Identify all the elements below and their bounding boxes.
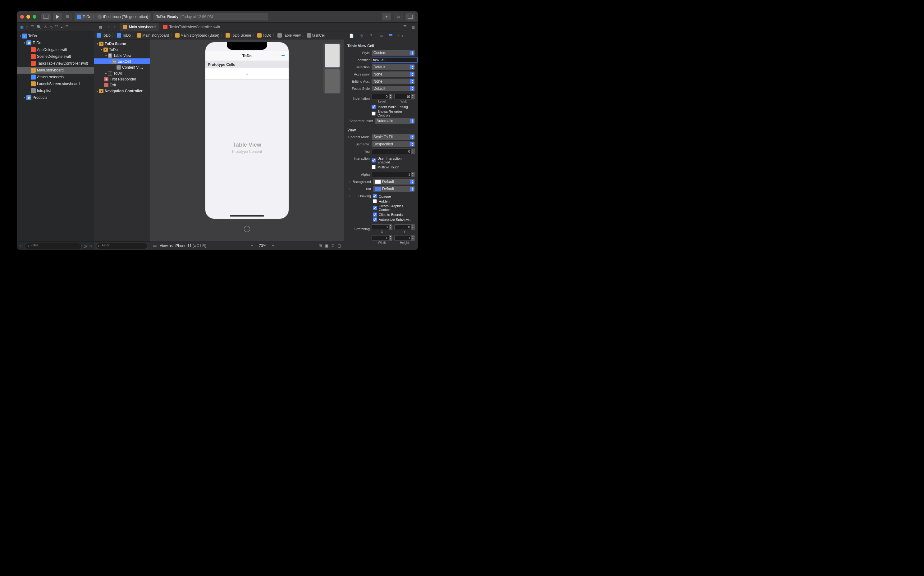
- run-button[interactable]: [53, 13, 62, 21]
- identity-inspector-icon[interactable]: ▭: [378, 33, 384, 38]
- semantic-select[interactable]: Unspecified▴▾: [372, 141, 415, 147]
- zoom-window[interactable]: [33, 15, 36, 19]
- view-as[interactable]: View as: iPhone 11 (wC hR): [160, 243, 206, 248]
- add-editor-icon[interactable]: ▥: [410, 24, 416, 30]
- accessory-select[interactable]: None▴▾: [372, 72, 415, 77]
- stepper[interactable]: [411, 172, 415, 178]
- outline-contentview[interactable]: ▭Content Vi…: [94, 64, 150, 70]
- zoom-level[interactable]: 70%: [259, 243, 266, 248]
- inspector-body[interactable]: Table View Cell StyleCustom▴▾ Identifier…: [344, 40, 418, 250]
- style-select[interactable]: Custom▴▾: [372, 50, 415, 56]
- outline-nav-scene[interactable]: ▸●Navigation Controller…: [94, 88, 150, 94]
- prototype-cell[interactable]: [205, 68, 289, 80]
- tree-file[interactable]: Info.plist: [17, 87, 94, 94]
- forward-icon[interactable]: 〉: [112, 24, 118, 30]
- outline-navitem[interactable]: ▸〈ToDo: [94, 70, 150, 76]
- stepper[interactable]: [388, 94, 392, 99]
- stepper[interactable]: [411, 94, 415, 99]
- pin-icon[interactable]: ▣: [325, 243, 328, 248]
- outline-tree[interactable]: ▾●ToDo Scene ▾●ToDo ▾☰Table View ▾▭taskC…: [94, 40, 150, 242]
- device-preview[interactable]: ToDo + Prototype Cells Table View Protot…: [205, 42, 289, 219]
- back-icon[interactable]: 〈: [105, 24, 111, 30]
- outline-filter[interactable]: Filter: [96, 243, 148, 249]
- outline-cell-selected[interactable]: ▾▭taskCell: [94, 58, 150, 64]
- outline-scene[interactable]: ▾●ToDo Scene: [94, 41, 150, 46]
- add-file-icon[interactable]: ＋: [19, 243, 23, 248]
- ib-canvas[interactable]: ToDo + Prototype Cells Table View Protot…: [150, 40, 344, 250]
- identifier-input[interactable]: [372, 57, 417, 63]
- tree-file[interactable]: Assets.xcassets: [17, 74, 94, 80]
- navigation-bar[interactable]: ToDo +: [205, 51, 289, 61]
- tree-products[interactable]: ▸📁Products: [17, 94, 94, 101]
- file-inspector-icon[interactable]: 📄: [349, 33, 355, 38]
- minimap-scene[interactable]: [325, 69, 340, 93]
- tree-file-selected[interactable]: Main.storyboard: [17, 67, 94, 74]
- dock-circle[interactable]: [244, 226, 250, 232]
- scm-icon[interactable]: ▭: [88, 244, 92, 248]
- related-items-icon[interactable]: ▦: [97, 24, 104, 30]
- indent-editing-check[interactable]: [372, 105, 376, 109]
- adjust-editor-icon[interactable]: ☰: [402, 24, 408, 30]
- content-mode-select[interactable]: Scale To Fill▴▾: [372, 134, 415, 140]
- stepper[interactable]: [388, 235, 392, 241]
- stepper[interactable]: [388, 224, 392, 230]
- jump-bar[interactable]: ToDo〉 ToDo〉 Main.storyboard〉 Main.storyb…: [94, 31, 344, 40]
- tag-input[interactable]: [372, 149, 415, 154]
- code-review-button[interactable]: ⇄: [394, 13, 403, 21]
- breakpoint-navigator-icon[interactable]: ▸: [61, 25, 63, 29]
- minimap[interactable]: [323, 43, 341, 94]
- outline-first-responder[interactable]: ◉First Responder: [94, 76, 150, 82]
- tree-file[interactable]: SceneDelegate.swift: [17, 53, 94, 60]
- outline-vc[interactable]: ▾●ToDo: [94, 46, 150, 53]
- separator-select[interactable]: Automatic▴▾: [375, 118, 415, 124]
- stop-button[interactable]: [63, 13, 72, 21]
- tab-tasks-controller[interactable]: TasksTableViewController.swift: [160, 23, 224, 31]
- tree-project[interactable]: ▾▪ToDo: [17, 33, 94, 40]
- source-control-navigator-icon[interactable]: ⎌: [26, 25, 28, 29]
- user-interaction-check[interactable]: [372, 158, 376, 163]
- close-window[interactable]: [20, 15, 24, 19]
- toggle-outline-icon[interactable]: ▭: [153, 243, 157, 248]
- stepper[interactable]: [411, 224, 415, 230]
- align-icon[interactable]: ⊞: [319, 243, 322, 248]
- tree-file[interactable]: LaunchScreen.storyboard: [17, 80, 94, 87]
- minimize-window[interactable]: [26, 15, 30, 19]
- clears-graphics-check[interactable]: [373, 206, 377, 210]
- opaque-check[interactable]: [373, 194, 377, 198]
- autoresize-check[interactable]: [373, 218, 377, 221]
- add-attr-icon[interactable]: +: [347, 187, 351, 191]
- scheme-selector[interactable]: ToDo 〉 iPod touch (7th generation): [75, 13, 151, 21]
- find-navigator-icon[interactable]: 🔍: [37, 25, 41, 29]
- background-select[interactable]: Default▴▾: [373, 179, 415, 184]
- clock-icon[interactable]: ◷: [83, 244, 87, 248]
- editing-select[interactable]: None▴▾: [372, 78, 415, 84]
- add-button[interactable]: +: [281, 52, 285, 59]
- selection-handle[interactable]: [246, 73, 248, 75]
- outline-tableview[interactable]: ▾☰Table View: [94, 53, 150, 58]
- issue-navigator-icon[interactable]: ⚠: [44, 25, 47, 29]
- connections-inspector-icon[interactable]: →: [408, 33, 413, 38]
- stepper[interactable]: [411, 149, 415, 154]
- tint-select[interactable]: Default▴▾: [373, 186, 415, 192]
- tree-group[interactable]: ▾📁ToDo: [17, 40, 94, 46]
- alpha-input[interactable]: [372, 172, 415, 178]
- project-tree[interactable]: ▾▪ToDo ▾📁ToDo AppDelegate.swift SceneDel…: [17, 31, 94, 242]
- symbol-navigator-icon[interactable]: ☰: [31, 25, 34, 29]
- test-navigator-icon[interactable]: ◇: [50, 25, 53, 29]
- minimap-scene[interactable]: [325, 44, 340, 67]
- tree-file[interactable]: AppDelegate.swift: [17, 46, 94, 53]
- size-inspector-icon[interactable]: ⟷: [398, 33, 404, 38]
- library-button[interactable]: ＋: [382, 13, 391, 21]
- reorder-check[interactable]: [372, 112, 376, 115]
- resolve-icon[interactable]: ▽: [331, 243, 334, 248]
- outline-exit[interactable]: →Exit: [94, 82, 150, 88]
- tab-main-storyboard[interactable]: Main.storyboard: [120, 23, 159, 31]
- zoom-out-icon[interactable]: －: [250, 243, 254, 248]
- add-attr-icon[interactable]: +: [347, 194, 351, 198]
- selection-select[interactable]: Default▴▾: [372, 64, 415, 70]
- toggle-inspector-button[interactable]: [406, 13, 415, 21]
- history-inspector-icon[interactable]: ◷: [358, 33, 364, 38]
- debug-navigator-icon[interactable]: ☷: [55, 25, 58, 29]
- embed-icon[interactable]: ◫: [337, 243, 341, 248]
- focus-select[interactable]: Default▴▾: [372, 86, 415, 91]
